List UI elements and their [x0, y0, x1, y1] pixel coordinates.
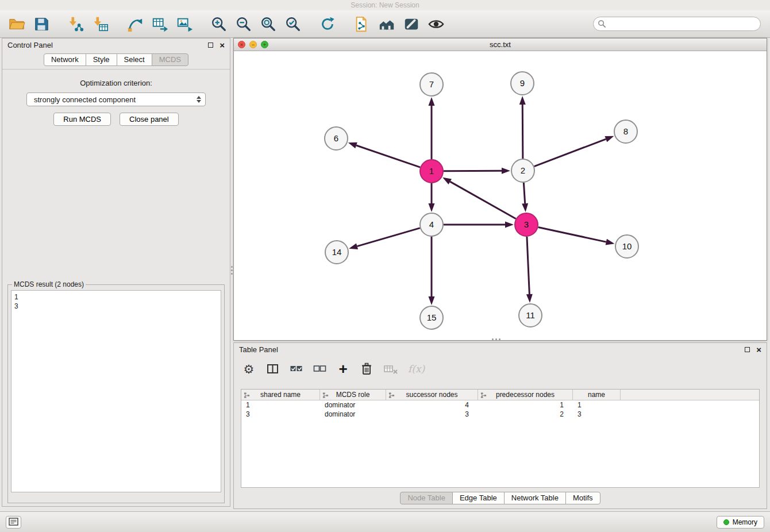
column-type-icon: [480, 392, 487, 399]
column-header-filler: [621, 390, 759, 400]
graph-edge-1-2[interactable]: [444, 171, 502, 171]
table-header-row: shared name MCDS role successor nodes: [241, 390, 759, 400]
import-network-icon: [67, 16, 84, 33]
cell-filler: [621, 400, 759, 410]
edge-arrowhead-icon: [606, 239, 615, 245]
close-panel-button[interactable]: Close panel: [120, 113, 179, 126]
export-image-button[interactable]: [174, 13, 195, 36]
import-network-button[interactable]: [65, 13, 87, 36]
search-input[interactable]: [593, 17, 761, 31]
maximize-window-icon[interactable]: +: [261, 41, 268, 48]
show-hide-button[interactable]: [425, 13, 447, 36]
cell-filler: [621, 410, 759, 419]
network-from-db-button[interactable]: [124, 13, 146, 36]
float-table-panel-button[interactable]: [745, 347, 750, 352]
home-button[interactable]: [376, 13, 398, 36]
close-table-panel-button[interactable]: ×: [756, 345, 761, 354]
graph-edge-3-10[interactable]: [538, 227, 606, 242]
status-bar: Memory: [0, 511, 770, 532]
edge-arrowhead-icon: [442, 178, 452, 184]
graph-node-label: 6: [334, 133, 338, 143]
network-graph-canvas[interactable]: 7968124314101511: [234, 51, 767, 340]
zoom-out-button[interactable]: [233, 13, 255, 36]
horizontal-splitter-handle[interactable]: [492, 338, 494, 340]
network-view-window: × − + scc.txt 7968124314101511: [233, 38, 767, 341]
cell-predecessor-nodes: 1: [478, 400, 573, 410]
graph-node-label: 7: [429, 79, 434, 89]
column-header-predecessor-nodes[interactable]: predecessor nodes: [478, 390, 573, 400]
column-label: predecessor nodes: [496, 391, 555, 399]
import-table-icon: [92, 16, 109, 33]
graph-node-label: 11: [526, 310, 535, 320]
trash-icon: [360, 362, 374, 376]
vertical-splitter-handle[interactable]: [231, 266, 233, 268]
graph-edge-3-11[interactable]: [527, 237, 529, 294]
magnifier-fit-icon: [260, 16, 277, 33]
column-header-mcds-role[interactable]: MCDS role: [320, 390, 386, 400]
select-all-columns-button[interactable]: [289, 360, 303, 377]
column-label: successor nodes: [406, 391, 457, 399]
edge-arrowhead-icon: [605, 136, 614, 142]
mcds-buttons-row: Run MCDS Close panel: [2, 113, 230, 126]
table-panel-tabs: Node Table Edge Table Network Table Moti…: [234, 492, 767, 504]
create-column-button[interactable]: +: [336, 360, 350, 377]
tab-node-table[interactable]: Node Table: [400, 492, 453, 504]
graph-edge-3-1[interactable]: [450, 182, 515, 219]
tab-edge-table[interactable]: Edge Table: [452, 492, 505, 504]
mcds-result-list[interactable]: 1 3: [11, 290, 221, 492]
tab-select[interactable]: Select: [117, 53, 152, 66]
document-network-icon: [353, 16, 371, 33]
import-table-button[interactable]: [90, 13, 111, 36]
tab-network-table[interactable]: Network Table: [504, 492, 566, 504]
graph-edge-2-9[interactable]: [522, 105, 523, 159]
table-row[interactable]: 3 dominator 3 2 3: [241, 410, 759, 419]
graph-edge-2-3[interactable]: [523, 183, 525, 203]
tab-motifs[interactable]: Motifs: [565, 492, 600, 504]
column-header-name[interactable]: name: [573, 390, 621, 400]
graph-node-label: 8: [623, 126, 628, 136]
table-row[interactable]: 1 dominator 4 1 1: [241, 400, 759, 410]
memory-button[interactable]: Memory: [717, 516, 764, 529]
column-header-shared-name[interactable]: shared name: [241, 390, 320, 400]
column-label: name: [588, 391, 605, 399]
show-columns-button[interactable]: [265, 360, 279, 377]
memory-label: Memory: [733, 518, 757, 526]
graph-edge-2-8[interactable]: [534, 139, 606, 166]
table-export-icon: [151, 16, 168, 33]
delete-columns-button[interactable]: [360, 360, 374, 377]
first-neighbors-button[interactable]: [351, 13, 373, 36]
delete-table-button[interactable]: [383, 360, 398, 377]
cell-shared-name: 1: [241, 400, 320, 410]
close-window-icon[interactable]: ×: [238, 41, 245, 48]
close-control-panel-button[interactable]: ×: [220, 41, 225, 49]
save-session-button[interactable]: [30, 13, 52, 36]
float-control-panel-button[interactable]: [208, 43, 213, 48]
apply-style-button[interactable]: [401, 13, 422, 36]
graph-edge-4-14[interactable]: [357, 228, 420, 246]
tab-mcds[interactable]: MCDS: [152, 53, 188, 66]
criterion-select[interactable]: strongly connected component: [26, 92, 206, 106]
graph-edge-1-6[interactable]: [356, 145, 420, 167]
cell-mcds-role: dominator: [320, 410, 386, 419]
zoom-selected-button[interactable]: [282, 13, 304, 36]
task-history-button[interactable]: [6, 516, 21, 529]
table-settings-button[interactable]: ⚙: [242, 360, 256, 377]
zoom-fit-button[interactable]: [257, 13, 279, 36]
cell-mcds-role: dominator: [320, 400, 386, 410]
style-badge-icon: [403, 16, 420, 33]
delete-table-icon: [383, 363, 398, 375]
minimize-window-icon[interactable]: −: [249, 41, 257, 48]
column-header-successor-nodes[interactable]: successor nodes: [386, 390, 478, 400]
deselect-all-columns-button[interactable]: [313, 360, 326, 377]
tab-network[interactable]: Network: [44, 53, 86, 66]
tab-style[interactable]: Style: [86, 53, 117, 66]
function-builder-button[interactable]: f(x): [408, 360, 425, 377]
mcds-panel-body: Optimization criterion: strongly connect…: [2, 69, 230, 126]
open-session-button[interactable]: [6, 13, 28, 36]
mcds-result-title: MCDS result (2 nodes): [12, 280, 86, 288]
apply-layout-button[interactable]: [317, 13, 338, 36]
columns-icon: [266, 363, 279, 375]
export-table-button[interactable]: [149, 13, 171, 36]
zoom-in-button[interactable]: [208, 13, 230, 36]
run-mcds-button[interactable]: Run MCDS: [53, 113, 111, 126]
